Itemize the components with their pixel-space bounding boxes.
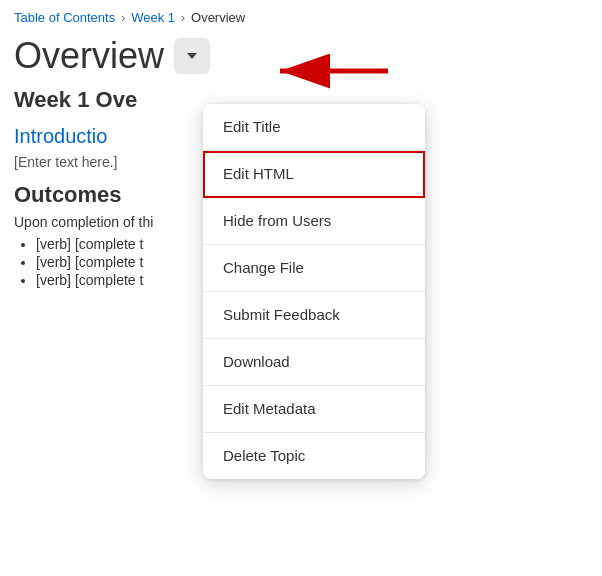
breadcrumb-sep-1: › xyxy=(121,11,125,25)
breadcrumb-current: Overview xyxy=(191,10,245,25)
dropdown-item-submit-feedback[interactable]: Submit Feedback xyxy=(203,292,425,339)
chevron-down-icon xyxy=(187,53,197,59)
dropdown-menu: Edit TitleEdit HTMLHide from UsersChange… xyxy=(203,104,425,479)
dropdown-item-download[interactable]: Download xyxy=(203,339,425,386)
title-row: Overview xyxy=(0,31,602,87)
dropdown-item-edit-html[interactable]: Edit HTML xyxy=(203,151,425,198)
dropdown-toggle-button[interactable] xyxy=(174,38,210,74)
dropdown-item-edit-metadata[interactable]: Edit Metadata xyxy=(203,386,425,433)
breadcrumb: Table of Contents › Week 1 › Overview xyxy=(0,0,602,31)
dropdown-item-edit-title[interactable]: Edit Title xyxy=(203,104,425,151)
breadcrumb-table-of-contents[interactable]: Table of Contents xyxy=(14,10,115,25)
dropdown-item-delete-topic[interactable]: Delete Topic xyxy=(203,433,425,479)
breadcrumb-sep-2: › xyxy=(181,11,185,25)
dropdown-item-change-file[interactable]: Change File xyxy=(203,245,425,292)
dropdown-item-hide-from-users[interactable]: Hide from Users xyxy=(203,198,425,245)
breadcrumb-week1[interactable]: Week 1 xyxy=(131,10,175,25)
page-title: Overview xyxy=(14,35,164,77)
